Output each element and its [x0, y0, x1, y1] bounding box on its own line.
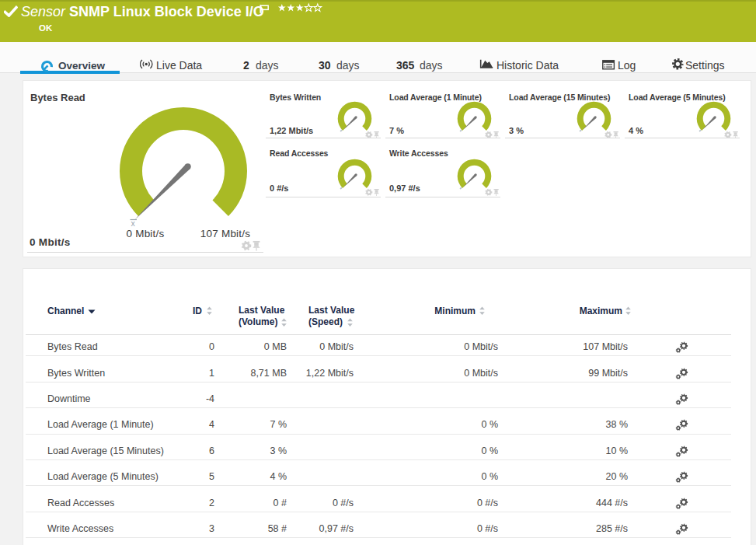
svg-text:x: x	[131, 218, 136, 228]
